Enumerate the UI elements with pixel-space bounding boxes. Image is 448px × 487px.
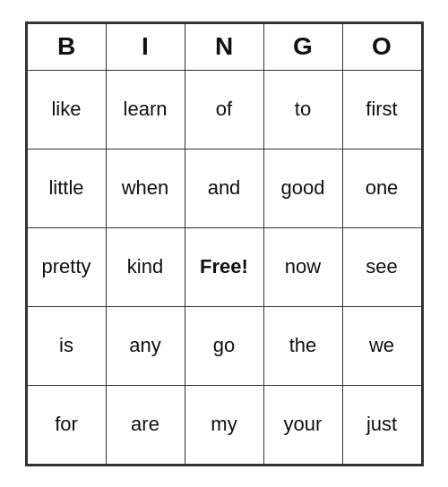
table-cell: and xyxy=(185,149,263,227)
table-row: isanygothewe xyxy=(27,306,421,385)
header-row: BINGO xyxy=(27,23,421,70)
table-cell: good xyxy=(263,149,342,227)
table-cell: any xyxy=(106,306,185,385)
table-cell: pretty xyxy=(27,227,106,306)
table-cell: for xyxy=(27,385,106,464)
table-cell: your xyxy=(263,385,342,464)
table-row: prettykindFree!nowsee xyxy=(27,227,421,306)
table-cell: go xyxy=(185,306,263,385)
table-cell: my xyxy=(185,385,263,464)
table-cell: when xyxy=(106,149,185,227)
table-cell: we xyxy=(342,306,421,385)
table-cell: like xyxy=(27,70,106,149)
table-cell: little xyxy=(27,149,106,227)
table-cell: first xyxy=(342,70,421,149)
table-cell: are xyxy=(106,385,185,464)
header-cell-i: I xyxy=(106,23,185,70)
table-cell: of xyxy=(185,70,263,149)
table-row: likelearnoftofirst xyxy=(27,70,421,149)
header-cell-n: N xyxy=(185,23,263,70)
bingo-card: BINGO likelearnoftofirstlittlewhenandgoo… xyxy=(25,21,424,466)
table-cell: now xyxy=(263,227,342,306)
header-cell-o: O xyxy=(342,23,421,70)
table-cell: Free! xyxy=(185,227,263,306)
table-row: foraremyyourjust xyxy=(27,385,421,464)
table-cell: to xyxy=(263,70,342,149)
table-cell: one xyxy=(342,149,421,227)
header-cell-b: B xyxy=(27,23,106,70)
bingo-table: BINGO likelearnoftofirstlittlewhenandgoo… xyxy=(27,23,422,465)
table-row: littlewhenandgoodone xyxy=(27,149,421,227)
table-cell: is xyxy=(27,306,106,385)
table-cell: the xyxy=(263,306,342,385)
header-cell-g: G xyxy=(263,23,342,70)
table-cell: learn xyxy=(106,70,185,149)
table-cell: see xyxy=(342,227,421,306)
table-cell: just xyxy=(342,385,421,464)
table-cell: kind xyxy=(106,227,185,306)
